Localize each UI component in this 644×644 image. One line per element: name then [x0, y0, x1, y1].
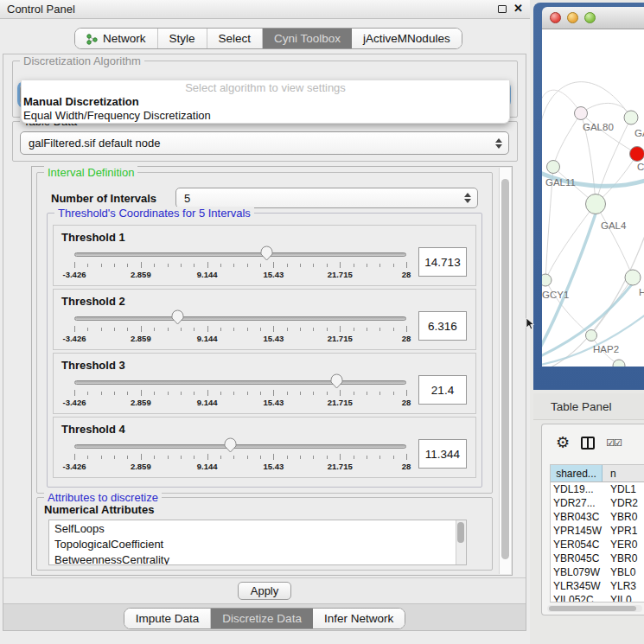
cell-name[interactable]: YER0 [603, 539, 644, 551]
threshold-3-value-field[interactable]: 21.4 [418, 375, 467, 405]
tab-select[interactable]: Select [207, 29, 264, 48]
tab-infer-network[interactable]: Infer Network [313, 609, 405, 628]
network-node[interactable] [542, 274, 552, 286]
network-node[interactable] [586, 330, 597, 341]
attributes-list-scrollbar[interactable] [456, 520, 466, 564]
threshold-1-slider[interactable]: -3.4262.8599.14415.4321.71528 [74, 245, 406, 281]
scrollbar-thumb[interactable] [549, 606, 636, 611]
cell-name[interactable]: YBR0 [603, 511, 644, 523]
cell-name[interactable]: YBR0 [603, 552, 644, 564]
cell-name[interactable]: YIL0 [603, 594, 644, 603]
cell-shared-name[interactable]: YIL052C [551, 594, 603, 603]
table-row[interactable]: YDR27...YDR2 [551, 496, 644, 510]
cell-shared-name[interactable]: YDL19... [551, 483, 603, 495]
table-row[interactable]: YBL079WYBL0 [551, 565, 644, 579]
table-row[interactable]: YLR345WYLR3 [551, 579, 644, 593]
threshold-1-value-field[interactable]: 14.713 [418, 247, 467, 277]
cell-shared-name[interactable]: YLR345W [551, 580, 603, 592]
column-header-shared-name[interactable]: shared... [551, 465, 603, 481]
network-node[interactable] [625, 270, 641, 285]
slider-track[interactable] [74, 252, 406, 257]
scrollbar-thumb[interactable] [501, 179, 509, 559]
network-view-window[interactable]: GAL80GACGAL11GAL4GCY1HHAP2 [533, 3, 644, 390]
tab-style[interactable]: Style [158, 29, 207, 48]
tab-jactivemnodules-label: jActiveMNodules [363, 32, 450, 45]
tab-discretize-data[interactable]: Discretize Data [211, 609, 313, 628]
threshold-4-value-field[interactable]: 11.344 [418, 439, 467, 469]
cell-name[interactable]: YBL0 [603, 566, 644, 578]
apply-button[interactable]: Apply [238, 582, 292, 600]
slider-track[interactable] [74, 316, 406, 321]
cell-shared-name[interactable]: YBL079W [551, 566, 603, 578]
threshold-3-slider[interactable]: -3.4262.8599.14415.4321.71528 [74, 373, 406, 409]
table-row[interactable]: YIL052CYIL0 [551, 593, 644, 603]
table-row[interactable]: YER054CYER0 [551, 538, 644, 552]
column-checkboxes-icon[interactable]: ☑☑ [606, 437, 622, 449]
table-row[interactable]: YBR043CYBR0 [551, 510, 644, 524]
network-canvas[interactable]: GAL80GACGAL11GAL4GCY1HHAP2 [542, 29, 644, 367]
table-data-combobox[interactable]: galFiltered.sif default node [20, 131, 509, 155]
threshold-2-value-field[interactable]: 6.316 [418, 311, 467, 341]
threshold-4-slider[interactable]: -3.4262.8599.14415.4321.71528 [74, 437, 406, 473]
split-columns-icon[interactable] [581, 437, 595, 450]
threshold-2-slider[interactable]: -3.4262.8599.14415.4321.71528 [74, 309, 406, 345]
viewport-vertical-scrollbar[interactable] [499, 168, 511, 574]
slider-track[interactable] [74, 444, 406, 449]
table-row[interactable]: YBR045CYBR0 [551, 552, 644, 565]
network-node[interactable] [575, 107, 588, 120]
close-icon[interactable]: ✕ [513, 2, 523, 15]
cell-name[interactable]: YLR3 [603, 580, 644, 592]
network-window-titlebar[interactable] [542, 7, 644, 29]
slider-track[interactable] [74, 380, 406, 385]
cell-shared-name[interactable]: YDR27... [551, 497, 603, 509]
float-window-icon[interactable] [498, 5, 507, 13]
network-node[interactable] [586, 194, 606, 214]
cell-name[interactable]: YDR2 [603, 497, 644, 509]
number-of-intervals-combobox[interactable]: 5 [175, 188, 478, 208]
network-node[interactable] [630, 147, 644, 162]
numerical-attributes-list[interactable]: SelfLoopsTopologicalCoefficientBetweenne… [48, 520, 467, 565]
tab-cyni-toolbox[interactable]: Cyni Toolbox [263, 29, 352, 48]
cell-shared-name[interactable]: YBR045C [551, 552, 603, 564]
attribute-item[interactable]: BetweennessCentrality [54, 553, 466, 565]
window-minimize-button[interactable] [567, 12, 578, 23]
attribute-item[interactable]: SelfLoops [54, 522, 466, 538]
window-close-button[interactable] [550, 12, 561, 23]
threshold-1-panel: Threshold 1 -3.4262.8599.14415.4321.7152… [53, 225, 476, 286]
window-zoom-button[interactable] [584, 12, 596, 23]
settings-gear-icon[interactable]: ⚙ [556, 435, 570, 450]
tab-network[interactable]: Network [75, 29, 158, 48]
popup-item-equal-width-frequency[interactable]: Equal Width/Frequency Discretization [22, 109, 509, 123]
slider-thumb[interactable] [260, 245, 273, 261]
thresholds-group: Threshold's Coordinates for 5 Intervals … [47, 213, 482, 488]
cell-name[interactable]: YPR1 [603, 525, 644, 537]
table-row[interactable]: YPR145WYPR1 [551, 524, 644, 538]
slider-tick [354, 456, 354, 459]
cell-shared-name[interactable]: YPR145W [551, 525, 603, 537]
scrollbar-thumb[interactable] [457, 522, 464, 543]
cell-shared-name[interactable]: YBR043C [551, 511, 603, 523]
network-node[interactable] [547, 161, 560, 174]
tab-impute-data[interactable]: Impute Data [124, 609, 212, 628]
column-header-name[interactable]: n [603, 465, 644, 481]
slider-tick [287, 328, 288, 331]
attribute-item[interactable]: TopologicalCoefficient [54, 538, 466, 553]
network-node-label: GAL4 [601, 220, 627, 231]
tab-select-label: Select [219, 32, 252, 45]
slider-tick [74, 326, 75, 332]
slider-thumb[interactable] [330, 373, 343, 389]
table-row[interactable]: YDL19...YDL1 [551, 482, 644, 496]
popup-item-manual-discretization[interactable]: Manual Discretization [22, 95, 509, 109]
slider-thumb[interactable] [171, 309, 184, 325]
slider-tick [168, 264, 169, 267]
cell-name[interactable]: YDL1 [603, 483, 644, 495]
network-node[interactable] [613, 360, 625, 367]
slider-thumb[interactable] [224, 437, 237, 453]
table-horizontal-scrollbar[interactable] [547, 605, 642, 612]
slider-tick [114, 456, 115, 459]
cell-shared-name[interactable]: YER054C [551, 539, 603, 551]
tab-jactivemnodules[interactable]: jActiveMNodules [352, 29, 462, 48]
network-node[interactable] [624, 111, 638, 124]
slider-ticks [74, 454, 406, 461]
slider-tick [406, 326, 407, 332]
